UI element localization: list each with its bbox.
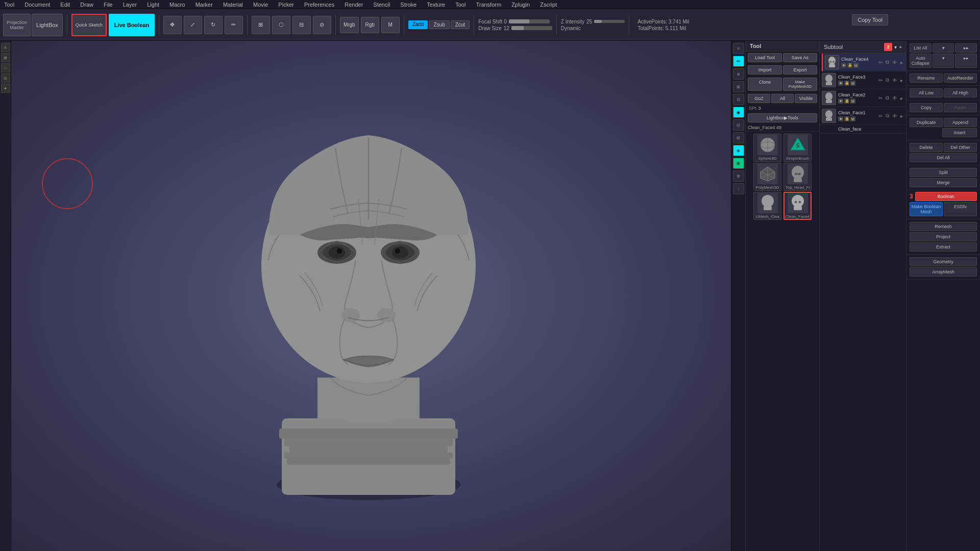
subtool-eye-icon[interactable]: 👁	[841, 63, 846, 68]
right-icon-color[interactable]: ◉	[733, 107, 744, 118]
zsub-button[interactable]: Zsub	[429, 20, 449, 29]
left-icon-4[interactable]: ⊙	[1, 73, 10, 83]
menu-texture[interactable]: Texture	[425, 2, 447, 8]
split-button[interactable]: Split	[910, 168, 977, 177]
subtool-add-icon[interactable]: +	[899, 44, 902, 50]
subtool-copy-2[interactable]: ⧉	[885, 95, 890, 101]
subtool-expand-icon[interactable]: ▾	[894, 44, 897, 50]
all-button[interactable]: All	[771, 94, 794, 103]
copy-tool-button[interactable]: Copy Tool	[852, 14, 888, 26]
live-boolean-button[interactable]: Live Boolean	[109, 14, 155, 36]
zcut-button[interactable]: Zcut	[451, 20, 470, 29]
import-button[interactable]: Import	[748, 65, 782, 74]
draw-mode-button[interactable]: ✏	[225, 16, 243, 34]
menu-edit[interactable]: Edit	[58, 2, 72, 8]
menu-picker[interactable]: Picker	[276, 2, 296, 8]
right-icon-brush[interactable]: ✏	[733, 56, 744, 67]
subtool-copy-3[interactable]: ⧉	[885, 77, 890, 83]
remesh-button[interactable]: Remesh	[910, 222, 977, 231]
menu-movie[interactable]: Movie	[251, 2, 270, 8]
menu-marker[interactable]: Marker	[193, 2, 215, 8]
rgb-button[interactable]: Rgb	[361, 17, 379, 33]
subtool-copy-1[interactable]: ⧉	[885, 113, 890, 119]
subtool-item-cleanface1[interactable]: Clean_Face1 👁 🔒 M ✏ ⧉ 👁 ▸	[820, 107, 906, 125]
subtool-eye3[interactable]: 👁	[891, 78, 898, 83]
subtool-chevron-2[interactable]: ▸	[899, 95, 904, 101]
auto-reorder-button[interactable]: AutoReorder	[944, 73, 977, 83]
menu-zplugin[interactable]: Zplugin	[509, 2, 532, 8]
canvas-viewport[interactable]	[11, 41, 731, 551]
mesh-thumb-umesh[interactable]: UMesh_Clea	[753, 192, 781, 220]
subtool-item-cleanface[interactable]: Clean_face	[820, 125, 906, 134]
auto-collapse-2[interactable]: ▾	[933, 54, 954, 68]
make-polymesh-button[interactable]: Make PolyMesh3D	[783, 78, 817, 91]
subtool-pencil-1[interactable]: ✏	[877, 113, 884, 119]
extract-button[interactable]: Extract	[910, 242, 977, 252]
quick-sketch-button[interactable]: Quick Sketch	[71, 14, 107, 36]
duplicate-button[interactable]: Duplicate	[910, 118, 943, 127]
geometry-button[interactable]: Geometry	[910, 257, 977, 266]
rename-button[interactable]: Rename	[910, 73, 943, 83]
visible-button[interactable]: Visible	[795, 94, 817, 103]
menu-light[interactable]: Light	[145, 2, 161, 8]
mesh-thumb-cleanface4[interactable]: Clean_Face4	[783, 192, 812, 220]
save-as-button[interactable]: Save As	[783, 53, 817, 62]
del-all-button[interactable]: Del All	[910, 153, 977, 162]
right-icon-alpha[interactable]: α	[733, 68, 744, 80]
subtool-eye-3[interactable]: 👁	[838, 81, 843, 86]
right-icon-tool[interactable]: ⊕	[733, 145, 744, 156]
menu-render[interactable]: Render	[342, 2, 365, 8]
menu-layer[interactable]: Layer	[121, 2, 139, 8]
insert-button[interactable]: Insert	[942, 128, 977, 137]
mesh-thumb-polymesh3d[interactable]: PolyMesh3D	[753, 163, 781, 191]
del-other-button[interactable]: Del Other	[944, 143, 977, 152]
menu-tool2[interactable]: Tool	[453, 2, 468, 8]
subtool-item-cleanface3[interactable]: Clean_Face3 👁 🔒 M ✏ ⧉ 👁 ▸	[820, 71, 906, 89]
right-icon-render[interactable]: ⊡	[733, 119, 744, 131]
clone-button[interactable]: Clone	[748, 78, 782, 91]
menu-tool[interactable]: Tool	[2, 2, 16, 8]
delete-button[interactable]: Delete	[910, 143, 943, 152]
subtool-m-3[interactable]: M	[850, 81, 855, 86]
mesh-thumb-sphere3d[interactable]: Sphere3D	[753, 134, 781, 162]
menu-stroke[interactable]: Stroke	[398, 2, 419, 8]
right-icon-texture[interactable]: ⊞	[733, 81, 744, 92]
subtool-lock-2[interactable]: 🔒	[844, 98, 849, 104]
left-icon-5[interactable]: ✦	[1, 84, 10, 93]
subtool-copy-icon[interactable]: ⧉	[885, 59, 890, 65]
auto-collapse-3[interactable]: ▸▸	[955, 54, 977, 68]
lightbox-button[interactable]: LightBox	[32, 14, 63, 36]
menu-preferences[interactable]: Preferences	[302, 2, 336, 8]
scale-mode-button[interactable]: ⤢	[184, 16, 202, 34]
left-icon-2[interactable]: ⊞	[1, 53, 10, 62]
right-icon-floor[interactable]: ⊟	[733, 132, 744, 143]
make-boolean-mesh-button[interactable]: Make Boolean Mesh	[910, 202, 943, 216]
move-mode-button[interactable]: ✥	[163, 16, 182, 34]
left-icon-3[interactable]: ↔	[1, 63, 10, 72]
subtool-eye-2[interactable]: 👁	[838, 98, 843, 104]
subtool-chevron-3[interactable]: ▸	[899, 78, 904, 83]
esdiv-button[interactable]: ESDlv	[944, 202, 977, 216]
subtool-lock-3[interactable]: 🔒	[844, 81, 849, 86]
expand2-button[interactable]: ▸▸	[955, 43, 977, 53]
subtool-pencil-icon[interactable]: ✏	[877, 60, 884, 65]
menu-transform[interactable]: Transform	[474, 2, 503, 8]
right-icon-startup[interactable]: ↑	[733, 183, 744, 194]
draw-size-slider[interactable]	[511, 26, 552, 30]
right-icon-setup[interactable]: ⚙	[733, 170, 744, 182]
all-low-button[interactable]: All Low	[910, 88, 943, 97]
focal-slider[interactable]	[509, 19, 550, 23]
append-button[interactable]: Append	[944, 118, 977, 127]
paste-button[interactable]: Paste	[944, 103, 977, 112]
project-button[interactable]: Project	[910, 232, 977, 241]
load-tool-button[interactable]: Load Tool	[748, 53, 782, 62]
subtool-eye-2-icon[interactable]: 👁	[891, 60, 898, 65]
subtool-m-1[interactable]: M	[850, 116, 855, 121]
expand-button[interactable]: ▾	[933, 43, 954, 53]
subtool-item-cleanface4[interactable]: Clean_Face4 👁 🔒 M ✏ ⧉ 👁 ▸	[822, 54, 906, 71]
subtool-pencil-2[interactable]: ✏	[877, 95, 884, 101]
rotate-mode-button[interactable]: ↻	[204, 16, 223, 34]
menu-stencil[interactable]: Stencil	[371, 2, 392, 8]
all-high-button[interactable]: All High	[944, 88, 977, 97]
smooth-button[interactable]: ⬡	[272, 16, 290, 34]
